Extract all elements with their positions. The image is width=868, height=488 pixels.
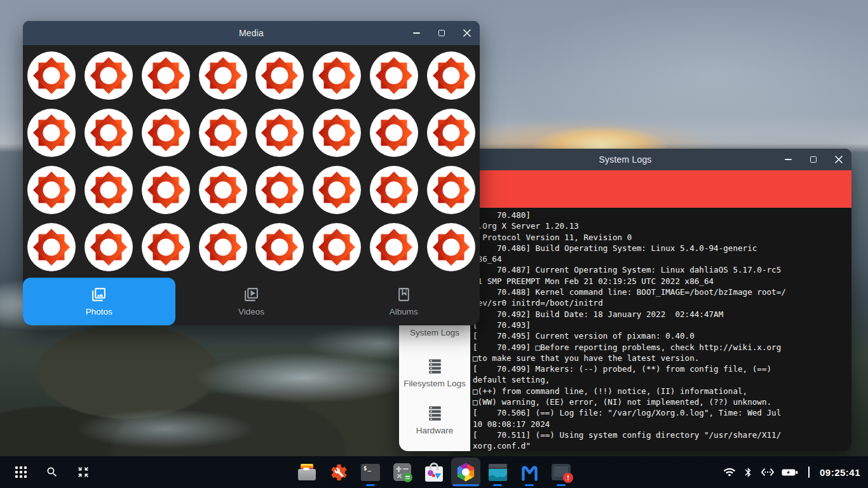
taskbar-app-system-logs[interactable]: ! [546,458,576,487]
taskbar-app-files[interactable] [292,458,322,487]
photo-thumbnail[interactable] [427,166,475,214]
log-line: dev/sr0 initrd=/boot/initrd [473,297,851,308]
photo-thumbnail[interactable] [27,223,76,271]
photo-thumbnail[interactable] [370,166,418,214]
settings-icon [329,463,349,482]
tab-label: Albums [390,307,418,316]
photo-thumbnail[interactable] [313,166,361,214]
photo-grid [23,45,480,278]
log-line: [ 70.511] (==) Using system config direc… [473,430,851,440]
photo-thumbnail[interactable] [427,223,475,271]
close-icon [835,156,843,163]
taskbar-app-graphs[interactable] [483,458,512,487]
wifi-icon [723,466,736,478]
video-library-icon [243,287,259,302]
close-button[interactable] [834,154,844,165]
photo-thumbnail[interactable] [313,109,361,157]
search-button[interactable] [45,465,59,479]
media-window: Media [23,21,480,325]
log-line: [ 70.506] (==) Log file: "/var/log/Xorg.… [473,407,851,418]
log-line: default setting, [473,374,851,385]
tab-label: Photos [86,307,112,316]
battery-button[interactable] [782,468,798,477]
storage-icon [428,359,442,374]
photo-thumbnail[interactable] [199,109,247,157]
photo-thumbnail[interactable] [427,51,475,100]
minimize-button[interactable] [783,154,793,165]
system-logs-icon: ! [552,464,571,480]
running-indicator [366,484,375,486]
tab-videos[interactable]: Videos [175,278,328,325]
overview-button[interactable] [76,465,90,479]
photo-library-icon [91,287,107,302]
log-line: □to make sure that you have the latest v… [473,353,851,363]
bluetooth-icon [743,467,754,478]
photo-thumbnail[interactable] [255,166,304,214]
taskbar-app-media[interactable] [451,458,480,487]
sidebar-item-filesystem-logs[interactable]: Filesystem Logs [399,359,470,388]
photo-thumbnail[interactable] [27,109,76,157]
clock[interactable]: 09:25:41 [820,467,860,478]
minimize-button[interactable] [411,28,421,38]
photo-thumbnail[interactable] [199,166,247,214]
photo-thumbnail[interactable] [142,223,190,271]
maximize-icon [810,156,817,163]
welcome-icon [520,463,539,482]
maximize-button[interactable] [808,154,818,165]
photo-thumbnail[interactable] [199,51,247,100]
photo-thumbnail[interactable] [255,109,304,157]
photo-thumbnail[interactable] [85,109,133,157]
wifi-button[interactable] [723,466,736,478]
photo-thumbnail[interactable] [370,223,418,271]
photo-thumbnail[interactable] [370,109,418,157]
photo-thumbnail[interactable] [142,51,190,100]
photo-album-icon [396,287,412,302]
taskbar-app-store[interactable] [419,458,449,487]
log-line: [ 70.480] [473,210,851,220]
overview-icon [77,466,90,478]
sidebar-item-hardware[interactable]: Hardware [399,406,470,435]
media-titlebar[interactable]: Media [23,21,480,45]
close-icon [463,29,471,37]
desktop: System Logs System Logs Filesystem Logs [0,0,868,488]
taskbar-app-calculator[interactable] [388,458,417,487]
photo-thumbnail[interactable] [255,223,304,271]
photo-thumbnail[interactable] [427,109,475,157]
photo-thumbnail[interactable] [142,109,190,157]
photo-thumbnail[interactable] [370,51,418,100]
photo-thumbnail[interactable] [313,51,361,100]
close-button[interactable] [462,28,472,38]
photo-thumbnail[interactable] [142,166,190,214]
photo-thumbnail[interactable] [85,166,133,214]
log-line: X.Org X Server 1.20.13 [473,220,851,231]
taskbar-app-welcome[interactable] [515,458,544,487]
photo-thumbnail[interactable] [85,51,133,100]
tab-photos[interactable]: Photos [23,278,175,325]
ethernet-button[interactable] [761,465,775,479]
search-icon [46,466,58,478]
taskbar-app-terminal[interactable]: $_ [356,458,385,487]
app-store-icon [425,466,443,482]
maximize-button[interactable] [437,28,447,38]
running-indicator [452,484,479,486]
taskbar-app-settings[interactable] [324,458,353,487]
log-line: x86_64 [473,254,851,264]
log-line: □(WW) warning, (EE) error, (NI) not impl… [473,396,851,407]
bluetooth-button[interactable] [743,467,754,478]
calculator-icon [393,463,411,481]
wave-chart-glyph [489,471,507,481]
minimize-icon [413,32,420,34]
photo-thumbnail[interactable] [199,223,247,271]
running-indicator [525,484,534,486]
photo-thumbnail[interactable] [85,223,133,271]
launcher-button[interactable] [14,465,28,479]
photo-thumbnail[interactable] [313,223,361,271]
tab-albums[interactable]: Albums [327,278,480,325]
taskbar: $_ [0,456,868,488]
photo-thumbnail[interactable] [27,51,76,100]
photo-thumbnail[interactable] [27,166,76,214]
log-output[interactable]: [ 70.480] X.Org X Server 1.20.13X Protoc… [470,208,851,451]
log-line: xorg.conf.d" [473,440,851,451]
photo-thumbnail[interactable] [255,51,304,100]
log-line: [ 70.499] Markers: (--) probed, (**) fro… [473,363,851,374]
